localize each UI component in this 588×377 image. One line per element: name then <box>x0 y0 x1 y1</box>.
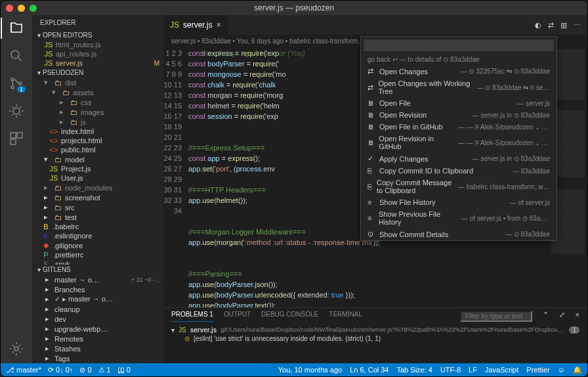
quick-pick-header: go back ↩ — to details of ⊙ 83a3ddae <box>361 54 556 65</box>
tab-label: server.js <box>183 20 213 30</box>
quick-pick-item[interactable]: ≡Show File History— of server.js <box>361 196 556 208</box>
status-item[interactable]: 🕮 0 <box>117 366 131 374</box>
problem-row[interactable]: ▾JSserver.js git:/Users/noradbase/Dropbo… <box>171 326 579 334</box>
open-editor-item[interactable]: JSserver.jsM <box>32 58 163 68</box>
gitlens-item[interactable]: ▸Branches <box>32 284 163 294</box>
file-item[interactable]: E.eslintignore <box>32 231 163 240</box>
status-item[interactable]: ⚠ 1 <box>98 366 111 374</box>
status-item[interactable]: UTF-8 <box>440 366 461 374</box>
quick-pick-item[interactable]: 🗎Open Revision in GitHub— — ⎘ Alek-S/pse… <box>361 133 556 152</box>
open-editor-item[interactable]: JSapi_routes.js <box>32 49 163 58</box>
file-item[interactable]: P.prettierrc <box>32 250 163 259</box>
explorer-title: Explorer <box>32 15 163 30</box>
file-item[interactable]: <>projects.html <box>32 136 163 145</box>
quick-pick-item[interactable]: ✓Apply Changes— server.js in ⊙ 83a3ddae <box>361 152 556 165</box>
debug-icon[interactable] <box>9 103 24 119</box>
quick-pick-item[interactable]: ⎘Copy Commit ID to Clipboard— 83a3ddae <box>361 165 556 177</box>
status-item[interactable]: ⊘ 0 <box>79 366 91 374</box>
svg-point-1 <box>11 78 14 81</box>
file-item[interactable]: ⎘.snyk <box>32 259 163 265</box>
extensions-icon[interactable] <box>9 131 24 146</box>
open-editors-header[interactable]: ▾Open Editors <box>32 30 163 40</box>
folder-item[interactable]: ▸🗀css <box>32 97 163 107</box>
gitlens-item[interactable]: ▸✓ ▸ master → o… <box>32 294 163 304</box>
close-panel-icon[interactable]: × <box>576 311 579 322</box>
gitlens-header[interactable]: ▾GitLens <box>32 265 163 275</box>
open-editor-item[interactable]: JShtml_routes.js <box>32 40 163 49</box>
folder-item[interactable]: ▸🗀js <box>32 117 163 127</box>
search-icon[interactable] <box>9 48 24 64</box>
svg-rect-5 <box>10 133 16 138</box>
tab-output[interactable]: Output <box>224 311 251 322</box>
svg-rect-7 <box>10 139 16 144</box>
folder-item[interactable]: ▾🗀assets <box>32 87 163 97</box>
explorer-icon[interactable] <box>9 20 24 36</box>
status-item[interactable]: Prettier <box>526 366 549 374</box>
gitlens-item[interactable]: ▸dev <box>32 314 163 324</box>
quick-pick-item[interactable]: ≡Show Previous File History— of server.j… <box>361 208 556 228</box>
quick-pick-item[interactable]: 🗎Open File in GitHub— — ⎘ Alek-S/pseudoz… <box>361 121 556 133</box>
svg-point-0 <box>11 51 19 58</box>
more-icon[interactable]: ⋯ <box>574 21 581 30</box>
tab-debug-console[interactable]: Debug Console <box>261 311 318 322</box>
gitlens-toggle-icon[interactable]: ◐ <box>535 21 541 30</box>
folder-item[interactable]: ▾🗀model <box>32 154 163 164</box>
svg-rect-6 <box>17 133 22 138</box>
tab-terminal[interactable]: Terminal <box>329 311 362 322</box>
folder-item[interactable]: ▸🗀images <box>32 107 163 117</box>
quick-pick: go back ↩ — to details of ⊙ 83a3ddae ⇄Op… <box>360 36 557 241</box>
tab-bar: JS server.js × ◐ ⇄ ▥ ⋯ <box>163 15 587 35</box>
file-item[interactable]: JSUser.js <box>32 173 163 183</box>
tab-server-js[interactable]: JS server.js × <box>163 15 228 35</box>
gitlens-item[interactable]: ▸Remotes <box>32 334 163 344</box>
tab-problems[interactable]: Problems 1 <box>171 311 213 322</box>
quick-pick-item[interactable]: ⇄Open Changes— ⊙ 323575ac ⇆ ⊙ 83a3ddae <box>361 65 556 78</box>
file-item[interactable]: <>index.html <box>32 127 163 136</box>
folder-item[interactable]: ▸🗀test <box>32 212 163 222</box>
folder-item[interactable]: ▸🗀src <box>32 202 163 212</box>
file-item[interactable]: JSProject.js <box>32 164 163 173</box>
file-item[interactable]: <>public.html <box>32 145 163 154</box>
scm-icon[interactable]: 1 <box>9 76 24 91</box>
collapse-icon[interactable]: ⌃ <box>543 311 549 322</box>
close-tab-icon[interactable]: × <box>217 20 221 30</box>
svg-point-2 <box>11 86 14 89</box>
quick-pick-item[interactable]: ⇄Open Changes with Working Tree— ⊙ 83a3d… <box>361 78 556 97</box>
file-item[interactable]: ◆.gitignore <box>32 240 163 250</box>
workspace-header[interactable]: ▾PSEUDOZEN <box>32 68 163 78</box>
gitlens-item[interactable]: ▸cleanup <box>32 304 163 314</box>
status-item[interactable]: ⎇ master* <box>6 366 41 374</box>
file-item[interactable]: B.babelrc <box>32 222 163 231</box>
titlebar: server.js — pseudozen <box>1 1 587 15</box>
status-item[interactable]: ⟳ 0↓ 0↑ <box>48 366 73 374</box>
quick-pick-input[interactable] <box>364 39 554 51</box>
quick-pick-item[interactable]: 🗎Open File— server.js <box>361 97 556 109</box>
editor-group: JS server.js × ◐ ⇄ ▥ ⋯ server.js • 83a3d… <box>163 15 587 363</box>
expand-panel-icon[interactable]: ⤢ <box>559 311 565 322</box>
status-item[interactable]: Ln 6, Col 34 <box>350 366 388 374</box>
gitlens-item[interactable]: ▸Stashes <box>32 344 163 353</box>
quick-pick-item[interactable]: 🗎Open Revision— server.js in ⊙ 83a3ddae <box>361 109 556 121</box>
settings-icon[interactable] <box>9 341 24 357</box>
window-title: server.js — pseudozen <box>1 3 587 12</box>
compare-icon[interactable]: ⇄ <box>548 21 554 30</box>
quick-pick-item[interactable]: ⊙Show Commit Details— ⊙ 83a3ddae <box>361 228 556 240</box>
gitlens-item[interactable]: ▸upgrade-webp… <box>32 324 163 334</box>
problems-filter-input[interactable] <box>460 311 532 322</box>
status-item[interactable]: LF <box>469 366 477 374</box>
problem-row[interactable]: ⊘[eslint] 'use strict' is unnecessary in… <box>171 334 579 343</box>
status-item[interactable]: You, 10 months ago <box>278 366 342 374</box>
status-item[interactable]: ☺ <box>558 366 565 374</box>
status-item[interactable]: Tab Size: 4 <box>397 366 432 374</box>
folder-item[interactable]: ▾🗀dist <box>32 78 163 87</box>
quick-pick-item[interactable]: ⎘Copy Commit Message to Clipboard— babel… <box>361 177 556 196</box>
status-item[interactable]: JavaScript <box>485 366 518 374</box>
folder-item[interactable]: ▸🗀node_modules <box>32 183 163 192</box>
sidebar: Explorer ▾Open Editors JShtml_routes.jsJ… <box>32 15 163 363</box>
folder-item[interactable]: ▸🗀screenshot <box>32 192 163 202</box>
status-bar: ⎇ master*⟳ 0↓ 0↑⊘ 0⚠ 1🕮 0 You, 10 months… <box>1 363 587 376</box>
gitlens-item[interactable]: ▸master → o…+ 31 ~0 -… <box>32 275 163 284</box>
gitlens-item[interactable]: ▸Tags <box>32 353 163 363</box>
split-icon[interactable]: ▥ <box>560 21 567 30</box>
status-item[interactable]: 🔔 <box>573 366 582 374</box>
